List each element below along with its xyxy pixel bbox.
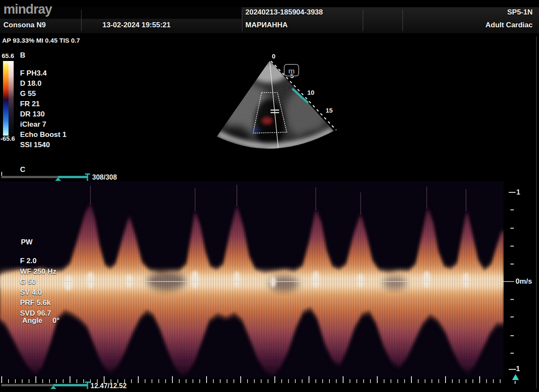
header-divider [81,10,82,31]
b-param: SSI 1540 [20,140,67,150]
pw-mode-label: PW [21,238,32,247]
b-param: iClear 7 [20,119,67,130]
pw-angle-row: Angle 0° [22,317,73,325]
pw-param: SV 4.0 [20,287,56,298]
ultrasound-screen: mindray Consona N9 13-02-2024 19:55:21 2… [0,0,539,392]
b-mode-params: F PH3.4 D 18.0 G 55 FR 21 DR 130 iClear … [20,68,67,150]
b-param: Echo Boost 1 [20,130,67,140]
header-divider [402,10,403,31]
pw-param: WF 250 Hz [20,267,56,277]
system-name: Consona N9 [3,21,46,29]
frame-counter: 308/308 [92,174,117,181]
b-param: F PH3.4 [20,68,67,78]
tissue-echoes [205,49,346,166]
b-param: DR 130 [20,109,67,119]
time-axis-ticks [0,372,505,392]
orientation-marker-icon: m [284,64,299,76]
velocity-baseline-label: 0m/s [516,277,532,286]
velocity-axis-ticks [509,192,516,369]
angle-label: Angle [22,317,42,325]
color-flow-blue [251,127,261,133]
probe-name: SP5-1N [507,8,533,17]
velocity-colorbar [3,61,14,136]
pw-mode-params: F 2.0 WF 250 Hz G 50 SV 4.0 PRF 5.6k SVD… [20,256,56,319]
exam-id: 20240213-185904-3938 [245,8,323,17]
exam-preset: Adult Cardiac [485,21,533,29]
b-mode-image: 0 5 10 15 m [205,49,346,166]
gray-scale [9,61,14,136]
depth-label: 15 [326,107,333,114]
depth-label: 10 [307,89,315,96]
baseline-shift-marker[interactable] [512,374,519,384]
colorbar-max-label: 65.6 [2,52,14,59]
pw-param: F 2.0 [20,256,56,267]
pw-spectral-display [0,181,539,378]
acoustic-power-readout: AP 93.33% MI 0.45 TIS 0.7 [2,37,80,44]
header-divider [363,10,363,31]
mindray-logo: mindray [3,2,52,17]
depth-label: 0 [272,52,275,60]
timeline-strip [0,372,539,392]
time-counter: 12.47/12.52 [90,382,127,390]
color-doppler-scale [3,61,9,136]
velocity-max-label: 1 [516,189,520,196]
header-divider [242,10,242,31]
b-param: FR 21 [20,99,67,109]
pw-param: G 50 [20,277,56,287]
colorbar-min-label: -65.6 [0,135,15,142]
patient-name: МАРИАННА [245,21,288,29]
b-param: D 18.0 [20,78,67,89]
color-flow-red [262,117,273,125]
b-mode-label: B [20,51,25,60]
angle-value: 0° [52,317,59,325]
pw-param: PRF 5.6k [20,298,56,308]
datetime: 13-02-2024 19:55:21 [102,21,171,29]
svg-text:m: m [288,67,294,75]
screen-right-border [536,36,537,389]
b-param: G 55 [20,89,67,99]
